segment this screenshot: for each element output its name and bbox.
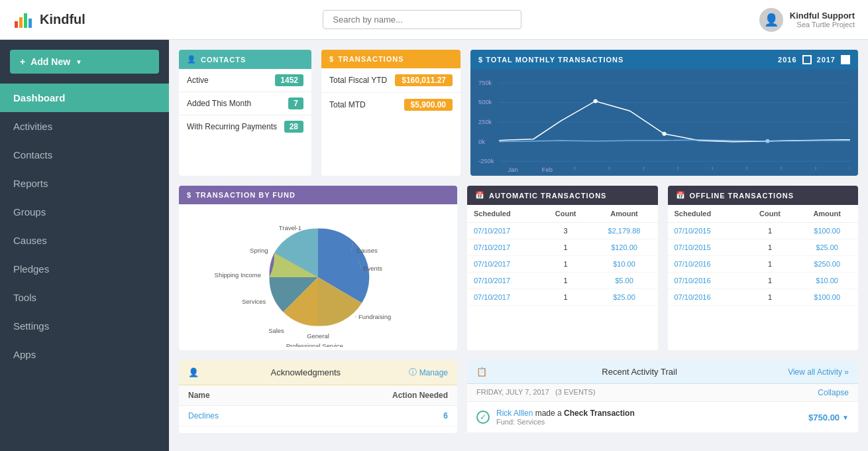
ack-body: Declines 6 — [179, 406, 457, 426]
sidebar-item-causes[interactable]: Causes — [0, 226, 169, 255]
table-row: 07/10/20173$2,179.88 — [467, 223, 658, 239]
activity-header: 📋 Recent Activity Trail View all Activit… — [467, 360, 858, 384]
auto-sched-3[interactable]: 07/10/2017 — [467, 273, 541, 289]
svg-text:Spring: Spring — [250, 247, 268, 254]
off-amount-0: $100.00 — [796, 223, 858, 239]
auto-sched-4[interactable]: 07/10/2017 — [467, 289, 541, 306]
offline-tx-header: 📅 OFFLINE TRANSACTIONS — [668, 186, 859, 205]
ack-person-icon: 👤 — [188, 367, 199, 377]
person-icon: 👤 — [187, 55, 197, 64]
sidebar-item-settings[interactable]: Settings — [0, 312, 169, 340]
auto-count-0: 3 — [541, 223, 591, 239]
fund-dollar-icon: $ — [187, 191, 191, 199]
add-new-button[interactable]: + Add New ▼ — [10, 50, 159, 74]
offline-tx-table: Scheduled Count Amount 07/10/20151$100.0… — [668, 205, 859, 306]
offline-transactions-card: 📅 OFFLINE TRANSACTIONS Scheduled Count A… — [668, 186, 859, 350]
user-info: 👤 Kindful Support Sea Turtle Project — [759, 8, 855, 32]
off-amount-2: $250.00 — [796, 256, 858, 273]
table-row: 07/10/20171$25.00 — [467, 289, 658, 306]
manage-button[interactable]: ⓘ Manage — [409, 367, 448, 378]
view-all-link[interactable]: View all Activity » — [788, 367, 849, 377]
transactions-card: $ TRANSACTIONS Total Fiscal YTD $160,011… — [321, 50, 461, 176]
off-count-4: 1 — [744, 289, 796, 306]
chevron-down-icon: ▼ — [76, 58, 82, 66]
activity-item-text: Rick Alllen made a Check Transaction Fun… — [496, 409, 802, 426]
offline-tx-title: OFFLINE TRANSACTIONS — [690, 192, 794, 200]
collapse-button[interactable]: Collapse — [818, 388, 849, 397]
auto-sched-2[interactable]: 07/10/2017 — [467, 256, 541, 273]
off-count-3: 1 — [744, 273, 796, 289]
ack-header: 👤 Acknowledgments ⓘ Manage — [179, 360, 457, 385]
chart-area: 750k 500k 250k 0k -250k — [470, 70, 858, 176]
logo-text: Kindful — [40, 12, 85, 27]
header: Kindful 👤 Kindful Support Sea Turtle Pro… — [0, 0, 868, 40]
year1-box — [802, 55, 812, 64]
off-sched-4[interactable]: 07/10/2016 — [668, 289, 744, 306]
auto-tx-col-amount: Amount — [591, 205, 658, 223]
year2-label: 2017 — [817, 56, 836, 64]
pie-container: Causes Events Fundraising General Profes… — [179, 204, 457, 350]
ack-table: Name Action Needed Declines 6 — [179, 385, 457, 426]
contacts-active-value: 1452 — [275, 74, 303, 86]
auto-sched-0[interactable]: 07/10/2017 — [467, 223, 541, 239]
svg-rect-2 — [24, 13, 27, 28]
sidebar-item-apps[interactable]: Apps — [0, 340, 169, 369]
svg-text:Services: Services — [242, 298, 266, 305]
ack-name-declines[interactable]: Declines — [179, 406, 290, 426]
off-count-0: 1 — [744, 223, 796, 239]
calendar-icon: 📅 — [475, 191, 485, 200]
sidebar-item-dashboard[interactable]: Dashboard — [0, 84, 169, 112]
sidebar-item-pledges[interactable]: Pledges — [0, 255, 169, 283]
auto-transactions-card: 📅 AUTOMATIC TRANSACTIONS Scheduled Count… — [467, 186, 658, 350]
table-row: 07/10/20171$10.00 — [467, 256, 658, 273]
off-sched-0[interactable]: 07/10/2015 — [668, 223, 744, 239]
auto-tx-title: AUTOMATIC TRANSACTIONS — [489, 192, 606, 200]
off-amount-3: $10.00 — [796, 273, 858, 289]
sidebar-item-reports[interactable]: Reports — [0, 169, 169, 198]
activity-user-link[interactable]: Rick Alllen — [496, 409, 533, 418]
table-row: 07/10/20171$5.00 — [467, 273, 658, 289]
sidebar-item-groups[interactable]: Groups — [0, 198, 169, 226]
logo: Kindful — [13, 9, 85, 31]
txn-fiscal-row: Total Fiscal YTD $160,011.27 — [321, 68, 461, 93]
transactions-card-header: $ TRANSACTIONS — [321, 50, 461, 68]
table-row: 07/10/20151$25.00 — [668, 239, 859, 256]
contacts-card: 👤 CONTACTS Active 1452 Added This Month … — [179, 50, 311, 176]
off-sched-3[interactable]: 07/10/2016 — [668, 273, 744, 289]
svg-point-14 — [593, 99, 597, 103]
sidebar-item-tools[interactable]: Tools — [0, 283, 169, 312]
bottom-cards-row: 👤 Acknowledgments ⓘ Manage Name Action N… — [179, 360, 858, 433]
svg-text:Feb: Feb — [542, 166, 553, 173]
fund-card-header: $ TRANSACTION BY FUND — [179, 186, 457, 204]
chart-svg: 750k 500k 250k 0k -250k — [478, 75, 850, 173]
year2-box — [841, 55, 850, 64]
fund-title: TRANSACTION BY FUND — [195, 191, 296, 199]
off-sched-2[interactable]: 07/10/2016 — [668, 256, 744, 273]
svg-line-40 — [355, 316, 356, 318]
auto-sched-1[interactable]: 07/10/2017 — [467, 239, 541, 256]
sidebar-item-contacts[interactable]: Contacts — [0, 141, 169, 169]
sidebar-item-activities[interactable]: Activities — [0, 112, 169, 141]
activity-date-label: FRIDAY, JULY 7, 2017 (3 EVENTS) — [476, 388, 596, 397]
off-amount-1: $25.00 — [796, 239, 858, 256]
auto-amount-2: $10.00 — [591, 256, 658, 273]
auto-amount-0: $2,179.88 — [591, 223, 658, 239]
contacts-active-row: Active 1452 — [179, 69, 311, 92]
offline-tx-col-scheduled: Scheduled — [668, 205, 744, 223]
search-input[interactable] — [323, 10, 521, 29]
add-new-label: Add New — [30, 56, 70, 67]
txn-mtd-value: $5,900.00 — [404, 99, 453, 111]
auto-tx-header-row: Scheduled Count Amount — [467, 205, 658, 223]
off-sched-1[interactable]: 07/10/2015 — [668, 239, 744, 256]
contacts-recurring-row: With Recurring Payments 28 — [179, 115, 311, 138]
activity-card: 📋 Recent Activity Trail View all Activit… — [467, 360, 858, 433]
user-name: Kindful Support — [790, 11, 855, 21]
manage-label: Manage — [419, 368, 448, 377]
table-row: 07/10/20171$120.00 — [467, 239, 658, 256]
contacts-card-header: 👤 CONTACTS — [179, 50, 311, 69]
contacts-recurring-label: With Recurring Payments — [187, 122, 277, 131]
contacts-title: CONTACTS — [201, 56, 246, 64]
dollar-icon: $ — [329, 55, 334, 63]
contacts-recurring-value: 28 — [284, 121, 303, 133]
sidebar-nav: Dashboard Activities Contacts Reports Gr… — [0, 84, 169, 451]
